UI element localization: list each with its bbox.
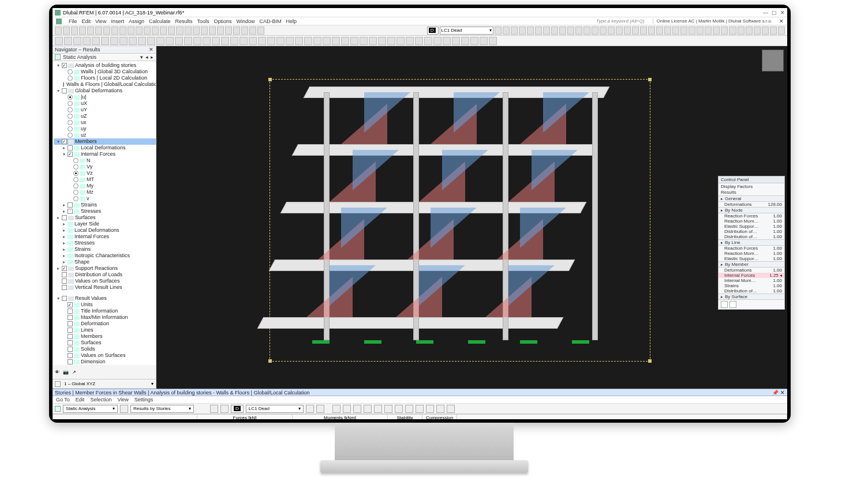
toolbar-button[interactable]: [225, 27, 232, 35]
toolbar-button[interactable]: [120, 405, 128, 413]
tree-item[interactable]: Values on Surfaces: [54, 278, 156, 284]
menu-tools[interactable]: Tools: [197, 18, 209, 24]
results-title-bar[interactable]: Stories | Member Forces in Shear Walls |…: [53, 389, 787, 396]
toolbar-button[interactable]: [230, 37, 238, 45]
control-panel-title[interactable]: Control Panel: [719, 176, 784, 183]
toolbar-button[interactable]: [360, 37, 368, 45]
maximize-button[interactable]: ▢: [772, 10, 777, 16]
control-panel[interactable]: Control Panel Display Factors Results Ge…: [718, 176, 785, 310]
checkbox[interactable]: [62, 63, 67, 68]
toolbar-button[interactable]: [176, 27, 183, 35]
cp-row[interactable]: Elastic Suppor…1.00: [719, 224, 784, 229]
menu-file[interactable]: File: [69, 18, 77, 24]
toolbar-button[interactable]: [341, 37, 349, 45]
checkbox[interactable]: [68, 315, 73, 320]
cp-section[interactable]: By Member: [719, 261, 784, 268]
tree-item[interactable]: Lines: [54, 327, 156, 333]
tree-item[interactable]: ▸Surfaces: [54, 215, 156, 221]
toolbar-button[interactable]: [295, 37, 303, 45]
tree-item[interactable]: ▸Strains: [54, 246, 156, 253]
tree-item[interactable]: ▾Members: [54, 138, 156, 145]
toolbar-button[interactable]: [406, 37, 414, 45]
tree-item[interactable]: ▾Analysis of building stories: [54, 62, 156, 69]
toolbar-button[interactable]: [527, 27, 534, 35]
toolbar-button[interactable]: [543, 27, 550, 35]
tree-item[interactable]: Surfaces: [54, 340, 156, 346]
cp-row[interactable]: Distribution of…1.00: [719, 229, 784, 234]
tree-item[interactable]: Values on Surfaces: [54, 352, 156, 359]
cp-row[interactable]: Reaction Mom…1.00: [719, 219, 784, 224]
navigator-close-button[interactable]: ✕: [149, 47, 154, 52]
radio[interactable]: [68, 133, 73, 138]
cp-row[interactable]: Deformations1.00: [719, 268, 784, 273]
results-menu-settings[interactable]: Settings: [134, 397, 154, 403]
tree-item[interactable]: ▸Shape: [54, 259, 156, 265]
radio[interactable]: [68, 69, 73, 74]
toolbar-button[interactable]: [184, 37, 192, 45]
toolbar-button[interactable]: [729, 27, 736, 35]
toolbar-button[interactable]: [286, 37, 294, 45]
results-menu[interactable]: Go ToEditSelectionViewSettings: [53, 396, 787, 404]
toolbar-button[interactable]: [697, 27, 704, 35]
radio[interactable]: [68, 95, 73, 100]
expand-icon[interactable]: ▸: [62, 253, 66, 259]
results-menu-edit[interactable]: Edit: [76, 397, 85, 403]
toolbar-button[interactable]: [705, 27, 712, 35]
cp-section[interactable]: By Line: [719, 239, 784, 246]
menu-cad-bim[interactable]: CAD-BIM: [260, 18, 282, 24]
navigator-title[interactable]: Navigator – Results ✕: [53, 46, 156, 54]
cp-row[interactable]: Distribution of…1.00: [719, 288, 784, 294]
toolbar-button[interactable]: [489, 37, 497, 45]
expand-icon[interactable]: ▸: [62, 208, 66, 215]
toolbar-button[interactable]: [111, 27, 118, 35]
expand-icon[interactable]: ▸: [62, 259, 66, 265]
toolbar-button[interactable]: [433, 37, 442, 45]
toolbar-button[interactable]: [762, 27, 769, 35]
tree-item[interactable]: ux: [54, 119, 156, 126]
navigator-tree[interactable]: ▾Analysis of building storiesWalls | Glo…: [53, 61, 156, 365]
radio[interactable]: [68, 120, 73, 125]
tree-item[interactable]: ▸Stresses: [54, 240, 156, 246]
toolbar-button[interactable]: [495, 27, 502, 35]
tree-item[interactable]: Solids: [54, 346, 156, 352]
radio[interactable]: [68, 76, 73, 81]
cp-row[interactable]: Reaction Forces1.00: [719, 246, 784, 251]
expand-icon[interactable]: ▾: [56, 62, 61, 69]
tree-item[interactable]: uY: [54, 107, 156, 113]
checkbox[interactable]: [68, 334, 73, 339]
cp-row[interactable]: Elastic Suppor…1.00: [719, 256, 784, 261]
toolbar-button[interactable]: [583, 27, 590, 35]
toolbar-button[interactable]: [656, 27, 663, 35]
expand-icon[interactable]: ▾: [56, 295, 61, 302]
results-menu-view[interactable]: View: [117, 397, 128, 403]
toolbar-button[interactable]: [387, 37, 395, 45]
results-menu-selection[interactable]: Selection: [90, 397, 111, 403]
toolbar-button[interactable]: [721, 27, 728, 35]
tree-item[interactable]: |u|: [54, 94, 156, 100]
checkbox[interactable]: [68, 347, 73, 352]
toolbar-button[interactable]: [592, 27, 598, 35]
toolbar-button[interactable]: [233, 27, 240, 35]
checkbox[interactable]: [62, 88, 67, 93]
toolbar-button[interactable]: [575, 27, 582, 35]
toolbar-button[interactable]: [304, 37, 312, 45]
tree-item[interactable]: ▸Support Reactions: [54, 265, 156, 272]
results-by-selector[interactable]: Results by Stories▾: [130, 405, 194, 413]
results-table-area[interactable]: Forces [kN]Moments [kNm]StabilityCompres…: [53, 414, 787, 419]
tree-item[interactable]: ▾Global Deformations: [54, 88, 156, 94]
toolbar-button[interactable]: [209, 27, 216, 35]
toolbar-button[interactable]: [480, 37, 488, 45]
expand-icon[interactable]: ▾: [62, 151, 66, 157]
checkbox[interactable]: [68, 152, 73, 157]
toolbar-button[interactable]: [664, 27, 671, 35]
cp-section[interactable]: General: [719, 195, 784, 202]
toolbar-button[interactable]: [83, 37, 91, 45]
toolbar-button[interactable]: [240, 37, 248, 45]
tree-item[interactable]: ▸Isotropic Characteristics: [54, 253, 156, 259]
toolbar-button[interactable]: [350, 37, 358, 45]
toolbar-button[interactable]: [378, 37, 386, 45]
toolbar-button[interactable]: [624, 27, 631, 35]
tree-item[interactable]: MT: [54, 176, 156, 183]
results-toolbar[interactable]: Static Analysis▾ Results by Stories▾ D L…: [53, 404, 787, 414]
toolbar-button[interactable]: [203, 37, 211, 45]
